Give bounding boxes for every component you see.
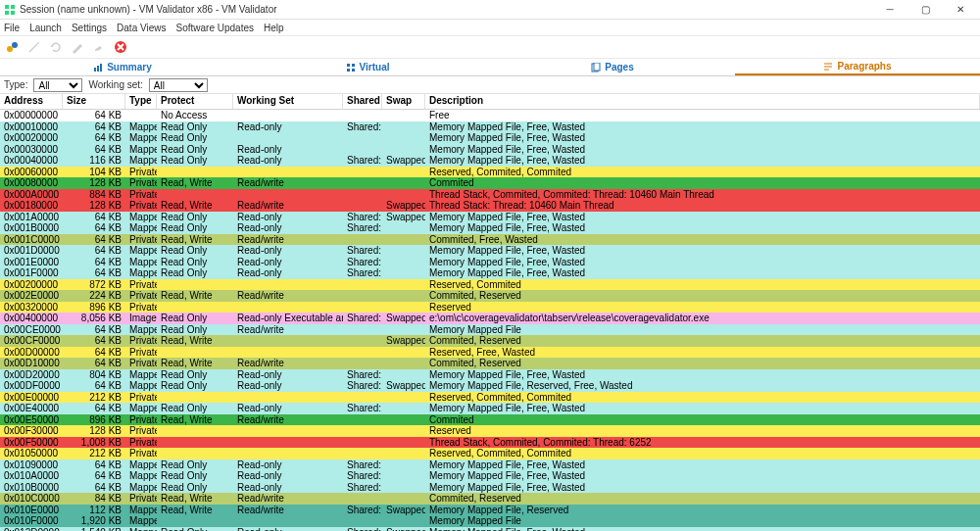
- table-row[interactable]: 0x001F000064 KBMappedRead OnlyRead-onlyS…: [0, 267, 980, 279]
- table-row[interactable]: 0x00CE000064 KBMappedRead OnlyRead/write…: [0, 324, 980, 336]
- table-row[interactable]: 0x001D000064 KBMappedRead OnlyRead-onlyS…: [0, 245, 980, 257]
- gears-icon[interactable]: [4, 38, 22, 56]
- table-row[interactable]: 0x00DF000064 KBMappedRead OnlyRead-onlyS…: [0, 380, 980, 392]
- cell-description: Commited, Reserved: [425, 358, 980, 368]
- cell-size: 212 KB: [63, 448, 125, 459]
- data-table[interactable]: Address Size Type Protect Working Set Sh…: [0, 94, 980, 531]
- table-row[interactable]: 0x010E0000112 KBMappedRead, WriteRead/wr…: [0, 505, 980, 516]
- table-row[interactable]: 0x00040000116 KBMappedRead OnlyRead-only…: [0, 155, 980, 167]
- cell-type: Mapped: [125, 257, 157, 267]
- cell-address: 0x010F0000: [0, 515, 63, 526]
- cell-size: 128 KB: [63, 425, 125, 436]
- cell-description: Reserved, Commited, Commited: [425, 167, 980, 177]
- table-row[interactable]: 0x0002000064 KBMappedRead OnlyMemory Map…: [0, 132, 980, 144]
- cell-workingset: Read-only: [233, 470, 343, 481]
- error-icon[interactable]: [112, 38, 129, 56]
- table-row[interactable]: 0x00200000872 KBPrivateReserved, Commite…: [0, 279, 980, 291]
- col-address[interactable]: Address: [0, 94, 63, 109]
- table-row[interactable]: 0x00060000104 KBPrivateReserved, Commite…: [0, 167, 980, 178]
- table-row[interactable]: 0x000A0000884 KBPrivateThread Stack, Com…: [0, 189, 980, 201]
- table-row[interactable]: 0x00D20000804 KBMappedRead OnlyRead-only…: [0, 369, 980, 381]
- table-row[interactable]: 0x001A000064 KBMappedRead OnlyRead-onlyS…: [0, 212, 980, 223]
- filter-type-select[interactable]: All: [33, 78, 82, 92]
- col-size[interactable]: Size: [63, 94, 125, 109]
- col-workingset[interactable]: Working Set: [233, 94, 343, 109]
- close-button[interactable]: ✕: [949, 4, 972, 15]
- table-row[interactable]: 0x00D0000064 KBPrivateReserved, Free, Wa…: [0, 347, 980, 359]
- cell-protect: Read, Write: [157, 358, 233, 368]
- cell-description: Commited, Free, Wasted: [425, 234, 980, 245]
- table-row[interactable]: 0x01050000212 KBPrivateReserved, Commite…: [0, 448, 980, 459]
- table-row[interactable]: 0x00320000896 KBPrivateReserved: [0, 302, 980, 314]
- tab-summary[interactable]: Summary: [0, 59, 245, 75]
- table-row[interactable]: 0x001C000064 KBPrivateRead, WriteRead/wr…: [0, 234, 980, 246]
- cell-address: 0x00E00000: [0, 392, 63, 403]
- table-row[interactable]: 0x0001000064 KBMappedRead OnlyRead-onlyS…: [0, 121, 980, 133]
- menu-data-views[interactable]: Data Views: [117, 23, 166, 33]
- tab-paragraphs[interactable]: Paragraphs: [735, 59, 980, 75]
- cell-workingset: Read-only: [233, 527, 343, 531]
- col-protect[interactable]: Protect: [157, 94, 233, 109]
- table-row[interactable]: 0x001E000064 KBMappedRead OnlyRead-onlyS…: [0, 257, 980, 268]
- refresh-icon[interactable]: [47, 38, 65, 56]
- table-row[interactable]: 0x002E0000224 KBPrivateRead, WriteRead/w…: [0, 290, 980, 302]
- cell-size: 64 KB: [63, 335, 125, 346]
- cell-address: 0x010C0000: [0, 493, 63, 504]
- cell-protect: Read Only: [157, 470, 233, 481]
- cell-shared: Shared: 63: [343, 313, 382, 323]
- col-shared[interactable]: Shared: [343, 94, 382, 109]
- table-row[interactable]: 0x0109000064 KBMappedRead OnlyRead-onlyS…: [0, 459, 980, 471]
- cell-description: Memory Mapped File, Free, Wasted: [425, 459, 980, 470]
- table-row[interactable]: 0x00E00000212 KBPrivateReserved, Commite…: [0, 392, 980, 404]
- cell-address: 0x01050000: [0, 448, 63, 459]
- menu-settings[interactable]: Settings: [72, 23, 107, 33]
- cell-description: Commited, Reserved: [425, 290, 980, 301]
- menu-launch[interactable]: Launch: [29, 23, 62, 33]
- tab-virtual[interactable]: Virtual: [245, 59, 490, 75]
- table-row[interactable]: 0x010C000084 KBPrivateRead, WriteRead/wr…: [0, 493, 980, 505]
- col-description[interactable]: Description: [425, 94, 980, 109]
- table-row[interactable]: 0x0000000064 KBNo AccessFree: [0, 110, 980, 121]
- table-header: Address Size Type Protect Working Set Sh…: [0, 94, 980, 110]
- table-row[interactable]: 0x0003000064 KBMappedRead OnlyRead-onlyM…: [0, 144, 980, 156]
- cell-type: Private: [125, 279, 157, 290]
- table-row[interactable]: 0x00E50000896 KBPrivateRead, WriteRead/w…: [0, 414, 980, 426]
- brush-icon[interactable]: [90, 38, 108, 56]
- cell-size: 64 KB: [63, 144, 125, 155]
- cell-address: 0x00E40000: [0, 403, 63, 413]
- cell-description: Memory Mapped File, Free, Wasted: [425, 222, 980, 233]
- col-type[interactable]: Type: [125, 94, 157, 109]
- wand-icon[interactable]: [25, 38, 43, 56]
- cell-size: 872 KB: [63, 279, 125, 290]
- cell-size: 64 KB: [63, 234, 125, 245]
- table-row[interactable]: 0x010F00001,920 KBMappedMemory Mapped Fi…: [0, 515, 980, 527]
- cell-workingset: Read/write: [233, 177, 343, 188]
- pencil-icon[interactable]: [69, 38, 86, 56]
- cell-address: 0x00020000: [0, 132, 63, 143]
- table-row[interactable]: 0x010B000064 KBMappedRead OnlyRead-onlyS…: [0, 482, 980, 494]
- maximize-button[interactable]: ▢: [913, 4, 937, 15]
- table-row[interactable]: 0x00F500001,008 KBPrivateThread Stack, C…: [0, 437, 980, 449]
- menu-software-updates[interactable]: Software Updates: [175, 23, 254, 33]
- table-row[interactable]: 0x00F30000128 KBPrivateReserved: [0, 425, 980, 437]
- table-row[interactable]: 0x00080000128 KBPrivateRead, WriteRead/w…: [0, 177, 980, 189]
- menu-file[interactable]: File: [4, 23, 20, 33]
- table-row[interactable]: 0x00180000128 KBPrivateRead, WriteRead/w…: [0, 200, 980, 212]
- table-row[interactable]: 0x00CF000064 KBPrivateRead, WriteSwapped…: [0, 335, 980, 347]
- minimize-button[interactable]: ─: [878, 4, 902, 15]
- table-row[interactable]: 0x001B000064 KBMappedRead OnlyRead-onlyS…: [0, 222, 980, 234]
- svg-rect-9: [97, 66, 99, 72]
- cell-size: 112 KB: [63, 505, 125, 515]
- table-row[interactable]: 0x004000008,056 KBImageRead OnlyRead-onl…: [0, 313, 980, 324]
- menu-help[interactable]: Help: [264, 23, 284, 33]
- table-row[interactable]: 0x010A000064 KBMappedRead OnlyRead-onlyS…: [0, 470, 980, 482]
- table-row[interactable]: 0x00E4000064 KBMappedRead OnlyRead-onlyS…: [0, 403, 980, 414]
- table-row[interactable]: 0x012D00001,540 KBMappedRead OnlyRead-on…: [0, 527, 980, 532]
- col-swap[interactable]: Swap: [382, 94, 425, 109]
- tab-pages[interactable]: Pages: [490, 59, 735, 75]
- cell-size: 804 KB: [63, 369, 125, 380]
- filter-ws-select[interactable]: All: [149, 78, 208, 92]
- table-row[interactable]: 0x00D1000064 KBPrivateRead, WriteRead/wr…: [0, 358, 980, 369]
- cell-address: 0x001C0000: [0, 234, 63, 245]
- cell-description: Free: [425, 110, 980, 121]
